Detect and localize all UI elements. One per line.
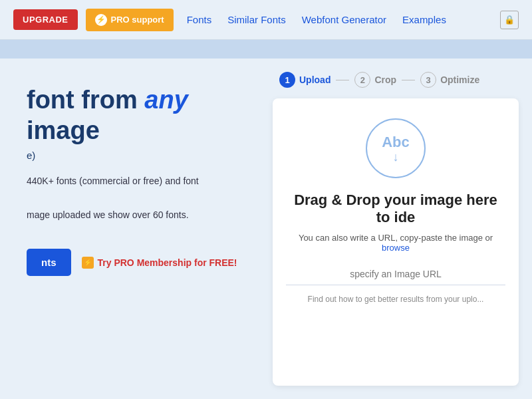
steps-bar: 1 Upload 2 Crop 3 Optimize	[273, 72, 519, 88]
pro-free-label: Try PRO Membership for FREE!	[98, 257, 237, 268]
nav-webfont-generator[interactable]: Webfont Generator	[302, 14, 386, 25]
upload-sub-text: You can also write a URL, copy-paste the…	[299, 233, 493, 243]
nav-similar-fonts[interactable]: Similar Fonts	[227, 14, 286, 25]
nav-examples[interactable]: Examples	[402, 14, 446, 25]
step-divider-2	[402, 80, 415, 80]
step-2-label: Crop	[374, 74, 396, 85]
upload-icon-circle: Abc ↓	[366, 118, 426, 178]
left-panel: font from any image e) 440K+ fonts (comm…	[0, 59, 273, 399]
upload-subtitle: You can also write a URL, copy-paste the…	[286, 233, 505, 253]
user-icon[interactable]: 🔒	[500, 11, 519, 29]
step-1-number: 1	[279, 72, 295, 88]
url-input[interactable]	[286, 263, 505, 285]
step-3: 3 Optimize	[420, 72, 479, 88]
step-2: 2 Crop	[354, 72, 396, 88]
abc-icon-text: Abc	[382, 134, 410, 151]
pro-free-link[interactable]: ⚡ Try PRO Membership for FREE!	[82, 257, 237, 269]
step-3-label: Optimize	[440, 74, 479, 85]
upload-tip: Find out how to get better results from …	[308, 295, 484, 304]
action-row: nts ⚡ Try PRO Membership for FREE!	[27, 249, 253, 276]
hero-title-part2: image	[27, 116, 100, 144]
hero-title-part1: font from	[27, 86, 144, 114]
browse-link[interactable]: browse	[382, 243, 410, 253]
user-icon-symbol: 🔒	[504, 15, 515, 25]
pro-support-label: PRO support	[111, 15, 164, 25]
find-fonts-button[interactable]: nts	[27, 249, 71, 276]
upgrade-button[interactable]: UPGRADE	[13, 9, 78, 30]
right-panel: 1 Upload 2 Crop 3 Optimize Abc ↓ Drag & …	[273, 59, 532, 399]
hero-desc-line2: mage uploaded we show over 60 fonts.	[27, 208, 253, 222]
arrow-down-icon: ↓	[393, 151, 399, 163]
nav-fonts[interactable]: Fonts	[187, 14, 212, 25]
upload-title: Drag & Drop your image here to ide	[286, 192, 505, 226]
hero-title-italic: any	[144, 86, 188, 114]
pro-support-button[interactable]: ⚡ PRO support	[86, 9, 174, 31]
pro-lightning-icon: ⚡	[95, 14, 107, 26]
hero-title: font from any image	[27, 85, 253, 146]
header: UPGRADE ⚡ PRO support Fonts Similar Font…	[0, 0, 532, 40]
main-nav: Fonts Similar Fonts Webfont Generator Ex…	[187, 14, 446, 25]
blue-accent-bar	[0, 40, 532, 59]
step-1: 1 Upload	[279, 72, 331, 88]
step-1-label: Upload	[299, 74, 331, 85]
step-3-number: 3	[420, 72, 436, 88]
step-divider-1	[336, 80, 349, 80]
upload-box[interactable]: Abc ↓ Drag & Drop your image here to ide…	[273, 98, 519, 386]
hero-desc-line1: 440K+ fonts (commercial or free) and fon…	[27, 174, 253, 188]
step-2-number: 2	[354, 72, 370, 88]
main-content: font from any image e) 440K+ fonts (comm…	[0, 59, 532, 399]
hero-subtitle: e)	[27, 150, 253, 161]
pro-badge-icon: ⚡	[82, 257, 94, 269]
